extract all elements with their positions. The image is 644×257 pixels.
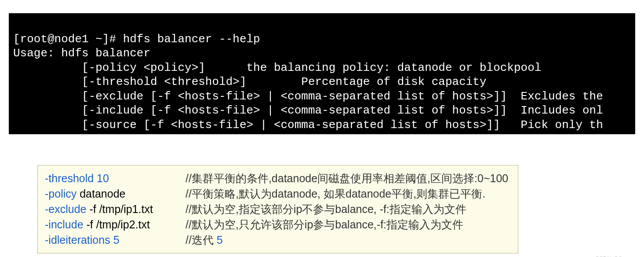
comment-number: 5 bbox=[217, 234, 223, 246]
note-comment: //默认为空,指定该部分ip不参与balance, -f:指定输入为文件 bbox=[186, 202, 466, 217]
flag-label: -include bbox=[45, 218, 84, 231]
terminal-line: [-exclude [-f <hosts-file> | <comma-sepa… bbox=[13, 90, 603, 103]
flag-arg: -f /tmp/ip1.txt bbox=[87, 203, 153, 215]
flag-arg: -f /tmp/ip2.txt bbox=[84, 218, 150, 231]
terminal-line: Usage: hdfs balancer bbox=[13, 47, 150, 60]
flag-label: -policy bbox=[45, 187, 76, 200]
watermark-text: CSDN @fiveym bbox=[0, 253, 644, 257]
note-comment: //迭代 5 bbox=[186, 232, 223, 248]
terminal-line: [-policy <policy>] the balancing policy:… bbox=[13, 61, 541, 74]
flag-label: -idleiterations bbox=[45, 234, 110, 246]
terminal-line: [root@node1 ~]# hdfs balancer --help bbox=[13, 33, 260, 46]
parameter-notes-box: -threshold 10 //集群平衡的条件,datanode间磁盘使用率相差… bbox=[37, 165, 518, 253]
note-comment: //集群平衡的条件,datanode间磁盘使用率相差阈值,区间选择:0~100 bbox=[186, 171, 508, 186]
note-row-policy: -policy datanode //平衡策略,默认为datanode, 如果d… bbox=[45, 186, 511, 202]
note-row-exclude: -exclude -f /tmp/ip1.txt //默认为空,指定该部分ip不… bbox=[45, 202, 511, 217]
flag-arg: 10 bbox=[94, 172, 109, 184]
terminal-line: [-include [-f <hosts-file> | <comma-sepa… bbox=[13, 104, 603, 117]
note-row-idleiterations: -idleiterations 5 //迭代 5 bbox=[45, 232, 511, 248]
note-row-include: -include -f /tmp/ip2.txt //默认为空,只允许该部分ip… bbox=[45, 217, 511, 232]
note-comment: //平衡策略,默认为datanode, 如果datanode平衡,则集群已平衡. bbox=[186, 186, 485, 202]
comment-prefix: //迭代 bbox=[186, 234, 217, 246]
note-comment: //默认为空,只允许该部分ip参与balance,-f:指定输入为文件 bbox=[186, 217, 463, 232]
flag-arg: datanode bbox=[76, 187, 125, 200]
note-row-threshold: -threshold 10 //集群平衡的条件,datanode间磁盘使用率相差… bbox=[45, 171, 511, 186]
terminal-line: [-threshold <threshold>] Percentage of d… bbox=[13, 75, 487, 88]
flag-arg: 5 bbox=[110, 234, 120, 246]
flag-label: -exclude bbox=[45, 203, 87, 215]
terminal-line: [-source [-f <hosts-file> | <comma-separ… bbox=[13, 118, 603, 132]
terminal-output: [root@node1 ~]# hdfs balancer --help Usa… bbox=[9, 13, 635, 134]
flag-label: -threshold bbox=[45, 172, 94, 184]
